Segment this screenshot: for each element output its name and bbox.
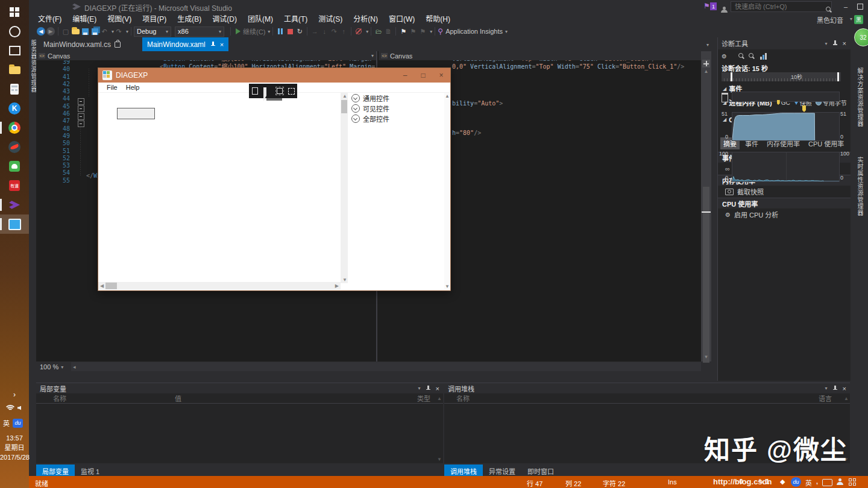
stop-debugging-icon[interactable] xyxy=(285,27,295,36)
take-snapshot-link[interactable]: 截取快照 xyxy=(718,186,851,198)
fold-toggle[interactable] xyxy=(78,120,84,127)
code-line-39-tail[interactable]: 0,0" VerticalAlignment="Top" Width="75" … xyxy=(452,63,699,70)
output-window-icon[interactable]: 🗁 xyxy=(374,27,383,36)
col-type[interactable]: 类型 xyxy=(417,393,430,403)
breadcrumb-left[interactable]: <> Canvas ▾ xyxy=(36,51,376,60)
zoom-in-icon[interactable] xyxy=(738,53,745,60)
baidu-ime-tray-icon[interactable]: du xyxy=(13,419,23,428)
file-explorer-icon[interactable] xyxy=(0,60,29,80)
configuration-combo[interactable]: Debug▾ xyxy=(134,27,171,37)
feedback-icon[interactable] xyxy=(721,7,727,13)
app-vertical-scrollbar[interactable]: ▲ ▼ xyxy=(341,93,348,283)
clock-weekday[interactable]: 星期日 xyxy=(0,443,29,452)
expander-common-controls[interactable]: 通用控件 xyxy=(348,93,439,103)
app-menu-help[interactable]: Help xyxy=(126,84,140,91)
close-tab-icon[interactable]: × xyxy=(220,41,224,48)
panel-dropdown-icon[interactable]: ▾ xyxy=(418,386,421,391)
start-button[interactable] xyxy=(0,2,29,22)
tab-live-property-explorer[interactable]: 实时属性资源管理器 xyxy=(855,157,864,216)
bookmark-dropdown-icon[interactable]: ▾ xyxy=(430,29,432,34)
menu-tools[interactable]: 工具(T) xyxy=(278,13,313,25)
ime-grid-icon[interactable] xyxy=(849,478,856,486)
search-icon[interactable] xyxy=(826,7,832,13)
app-minimize-button[interactable]: – xyxy=(396,71,414,80)
task-view-button[interactable] xyxy=(0,41,29,60)
expander-visible-controls[interactable]: 可见控件 xyxy=(348,103,439,113)
thunder-icon[interactable] xyxy=(0,137,29,157)
restart-icon[interactable]: ↻ xyxy=(295,27,304,36)
close-panel-icon[interactable]: × xyxy=(436,385,439,392)
app-horizontal-scrollbar[interactable]: ◀ ▶ xyxy=(98,282,341,290)
application-insights-icon[interactable]: ⚲ xyxy=(438,27,443,36)
splitter-grip-icon[interactable] xyxy=(702,60,710,67)
visual-studio-icon[interactable] xyxy=(0,195,29,214)
locals-title[interactable]: 局部变量 ▾ × xyxy=(36,383,443,393)
app-button-control[interactable] xyxy=(117,108,155,119)
col-language[interactable]: 语言 xyxy=(819,393,832,403)
zoom-level-combo[interactable]: 100 % xyxy=(40,363,58,371)
fold-toggle[interactable] xyxy=(78,105,84,112)
notifications-flag-icon[interactable]: ⚑ xyxy=(703,2,710,10)
step-out-icon[interactable]: ↑ xyxy=(339,27,348,36)
scrollbar-thumb[interactable] xyxy=(703,187,709,363)
code-line-44-tail[interactable]: bility="Auto"> xyxy=(452,100,699,107)
app-titlebar[interactable]: DIAGEXP – □ × xyxy=(98,68,450,83)
breakpoints-dropdown-icon[interactable]: ▾ xyxy=(366,29,368,34)
tab-list-dropdown-icon[interactable]: ▾ xyxy=(706,42,709,48)
memory-chart[interactable] xyxy=(732,112,840,141)
lang-indicator[interactable]: 英 xyxy=(3,418,10,428)
navigate-back-icon[interactable]: ◀ xyxy=(37,27,45,36)
scroll-down-icon[interactable]: ▼ xyxy=(701,354,711,360)
chart-view-icon[interactable] xyxy=(760,53,767,60)
find-in-files-icon[interactable]: 🗎 xyxy=(383,27,393,36)
menu-window[interactable]: 窗口(W) xyxy=(383,13,420,25)
clock-time[interactable]: 13:57 xyxy=(0,434,29,442)
platform-combo[interactable]: x86▾ xyxy=(175,27,224,37)
hidden-icons-chevron[interactable]: › xyxy=(0,390,29,399)
menu-project[interactable]: 项目(P) xyxy=(137,13,172,25)
settings-gear-icon[interactable]: ⚙ xyxy=(722,53,727,60)
panel-dropdown-icon[interactable]: ▾ xyxy=(825,386,828,391)
ime-punct-icon[interactable]: , xyxy=(816,478,818,485)
calculator-icon[interactable] xyxy=(0,80,29,99)
callstack-title[interactable]: 调用堆栈 ▾ × xyxy=(444,383,850,393)
continue-label[interactable]: 继续(C) xyxy=(243,27,265,36)
zoom-dropdown-icon[interactable]: ▾ xyxy=(61,364,63,370)
tab-solution-explorer[interactable]: 解决方案资源管理器 xyxy=(855,67,864,127)
next-bookmark-icon[interactable]: ⚑ xyxy=(418,27,427,36)
chrome-icon[interactable] xyxy=(0,118,29,137)
menu-view[interactable]: 视图(V) xyxy=(102,13,137,25)
go-to-live-visual-tree-icon[interactable] xyxy=(252,87,258,95)
account-avatar[interactable]: 黑 xyxy=(854,15,863,24)
collapse-triangle-icon[interactable]: ◢ xyxy=(723,117,726,122)
notifications-count-badge[interactable]: 1 xyxy=(710,2,717,10)
save-all-icon[interactable] xyxy=(92,28,98,35)
editor-horizontal-scrollbar[interactable]: ◂ xyxy=(71,362,701,371)
ime-keyboard-icon[interactable] xyxy=(822,479,832,486)
ime-lang-indicator[interactable]: 英 xyxy=(805,478,812,487)
application-insights-dropdown-icon[interactable]: ▾ xyxy=(505,29,508,34)
close-panel-icon[interactable]: × xyxy=(843,385,846,392)
enable-cpu-profiling-link[interactable]: ⚙ 启用 CPU 分析 xyxy=(718,208,851,221)
app-close-button[interactable]: × xyxy=(432,71,450,80)
menu-build[interactable]: 生成(B) xyxy=(172,13,207,25)
track-focused-element-icon[interactable] xyxy=(288,88,295,95)
menu-team[interactable]: 团队(M) xyxy=(242,13,278,25)
tab-mainwindow-xaml-cs[interactable]: MainWindow.xaml.cs xyxy=(39,37,125,51)
panel-dropdown-icon[interactable]: ▾ xyxy=(825,41,828,46)
save-icon[interactable] xyxy=(82,28,89,35)
collapse-triangle-icon[interactable]: ◢ xyxy=(723,86,726,92)
expander-all-controls[interactable]: 全部控件 xyxy=(348,113,439,124)
undo-icon[interactable]: ↶ xyxy=(99,27,109,36)
col-name[interactable]: 名称 xyxy=(53,393,66,403)
scroll-up-icon[interactable]: ▲ xyxy=(701,69,711,74)
scroll-up-icon[interactable]: ▲ xyxy=(844,396,849,401)
quick-launch-input[interactable] xyxy=(731,1,832,12)
scroll-down-icon[interactable]: ▼ xyxy=(437,457,442,462)
zoom-out-icon[interactable] xyxy=(749,53,755,60)
menu-debug[interactable]: 调试(D) xyxy=(207,13,242,25)
continue-icon[interactable] xyxy=(236,28,241,34)
youdao-icon[interactable]: 有道 xyxy=(0,176,29,195)
col-value[interactable]: 值 xyxy=(175,393,181,403)
pin-icon[interactable] xyxy=(832,40,838,46)
